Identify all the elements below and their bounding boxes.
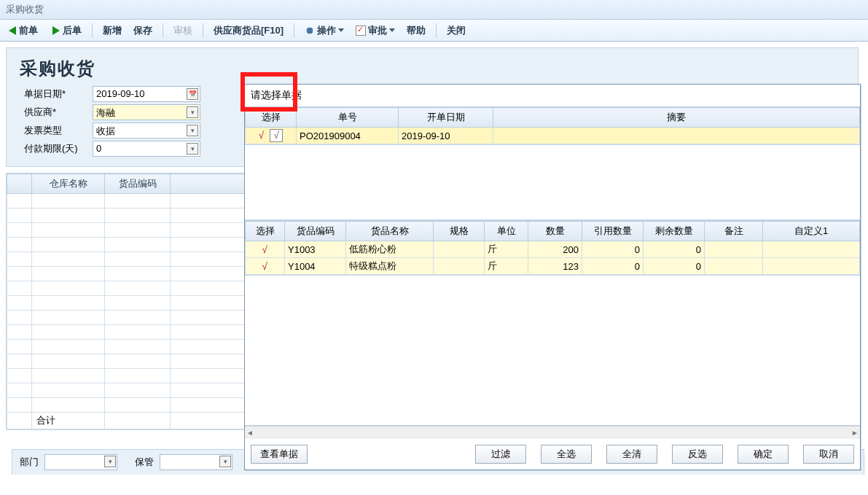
- date-value: 2019-09-10: [96, 88, 145, 99]
- bill-row-check[interactable]: √ √: [246, 128, 297, 144]
- item-row[interactable]: √ Y1003 低筋粉心粉 斤 200 0 0: [246, 241, 860, 258]
- lookup-icon[interactable]: ▾: [104, 456, 116, 467]
- clear-all-button[interactable]: 全清: [606, 445, 657, 464]
- col-code[interactable]: 货品编码: [285, 222, 346, 241]
- item-unit: 斤: [485, 241, 528, 258]
- invert-button[interactable]: 反选: [672, 445, 723, 464]
- help-button[interactable]: 帮助: [402, 23, 430, 39]
- cancel-button[interactable]: 取消: [803, 445, 854, 464]
- checkbox-icon[interactable]: √: [270, 129, 283, 142]
- col-goods-code[interactable]: 货品编码: [105, 174, 171, 194]
- col-remark[interactable]: 备注: [705, 222, 763, 241]
- item-code: Y1003: [285, 241, 346, 258]
- dialog-buttons: 查看单据 过滤 全选 全清 反选 确定 取消: [245, 439, 860, 469]
- close-button[interactable]: 关闭: [442, 23, 470, 39]
- calendar-icon[interactable]: 📅: [187, 88, 198, 100]
- view-bill-button[interactable]: 查看单据: [251, 445, 308, 464]
- item-remainqty: 0: [644, 241, 705, 258]
- item-check[interactable]: √: [246, 241, 285, 258]
- col-refqty[interactable]: 引用数量: [582, 222, 644, 241]
- next-record-button[interactable]: 后单: [45, 23, 86, 39]
- horizontal-scrollbar[interactable]: ◄►: [245, 426, 860, 439]
- invoice-type-input[interactable]: 收据 ▾: [93, 122, 200, 139]
- ok-button[interactable]: 确定: [738, 445, 789, 464]
- col-summary[interactable]: 摘要: [493, 108, 860, 128]
- dept-label: 部门: [20, 456, 43, 469]
- page-title: 采购收货: [20, 57, 845, 80]
- item-name: 低筋粉心粉: [346, 241, 434, 258]
- item-refqty: 0: [582, 258, 644, 275]
- bill-row-no: PO201909004: [297, 128, 399, 144]
- col-name[interactable]: 货品名称: [346, 222, 434, 241]
- supplier-input[interactable]: 海融 ▾: [93, 104, 200, 120]
- col-spec[interactable]: 规格: [434, 222, 485, 241]
- date-label: 单据日期*: [20, 87, 93, 101]
- supplier-label: 供应商*: [20, 106, 93, 119]
- col-unit[interactable]: 单位: [485, 222, 528, 241]
- arrow-left-icon: [9, 26, 16, 35]
- window-titlebar: 采购收货: [0, 0, 868, 20]
- dropdown-icon: [338, 28, 344, 32]
- item-spec: [434, 258, 485, 275]
- operate-menu[interactable]: 操作: [300, 23, 348, 39]
- prev-record-button[interactable]: 前单: [4, 23, 42, 39]
- save-button[interactable]: 保存: [129, 23, 157, 39]
- filter-button[interactable]: 过滤: [475, 445, 526, 464]
- arrow-right-icon: [52, 26, 60, 35]
- date-input[interactable]: 2019-09-10 📅: [93, 86, 200, 102]
- lookup-icon[interactable]: ▾: [187, 143, 198, 155]
- col-select[interactable]: 选择: [246, 108, 297, 128]
- new-button[interactable]: 新增: [98, 23, 126, 39]
- pay-days-value: 0: [96, 143, 101, 154]
- pay-days-label: 付款期限(天): [20, 142, 93, 155]
- item-remark: [705, 241, 763, 258]
- pay-days-input[interactable]: 0 ▾: [93, 141, 200, 157]
- keeper-label: 保管: [135, 456, 158, 469]
- item-check[interactable]: √: [246, 258, 285, 275]
- toolbar: 前单 后单 新增 保存 审核 供应商货品[F10] 操作 审批 帮助 关闭: [0, 20, 868, 42]
- item-qty: 200: [528, 241, 582, 258]
- item-custom1: [763, 258, 860, 275]
- col-select[interactable]: 选择: [246, 222, 285, 241]
- bill-row-date: 2019-09-10: [399, 128, 493, 144]
- col-billdate[interactable]: 开单日期: [399, 108, 493, 128]
- item-qty: 123: [528, 258, 582, 275]
- bill-row[interactable]: √ √ PO201909004 2019-09-10: [246, 128, 860, 144]
- sum-label: 合计: [32, 413, 105, 429]
- audit-button: 审核: [169, 23, 197, 39]
- lookup-icon[interactable]: ▾: [187, 106, 198, 118]
- supplier-goods-button[interactable]: 供应商货品[F10]: [209, 23, 288, 39]
- dept-input[interactable]: ▾: [44, 454, 117, 470]
- item-name: 特级糕点粉: [346, 258, 434, 275]
- select-all-button[interactable]: 全选: [541, 445, 592, 464]
- lookup-icon[interactable]: ▾: [219, 456, 231, 467]
- item-remainqty: 0: [644, 258, 705, 275]
- dropdown-icon: [389, 28, 395, 32]
- col-billno[interactable]: 单号: [297, 108, 399, 128]
- invoice-type-value: 收据: [96, 125, 115, 136]
- item-custom1: [763, 241, 860, 258]
- item-code: Y1004: [285, 258, 346, 275]
- col-warehouse[interactable]: 仓库名称: [32, 174, 105, 194]
- item-unit: 斤: [485, 258, 528, 275]
- invoice-type-label: 发票类型: [20, 124, 93, 137]
- bill-items-grid: 选择 货品编码 货品名称 规格 单位 数量 引用数量 剩余数量 备注 自定义1: [245, 220, 860, 276]
- approve-menu[interactable]: 审批: [351, 23, 399, 39]
- keeper-input[interactable]: ▾: [160, 454, 232, 470]
- check-icon: [356, 26, 366, 36]
- item-spec: [434, 241, 485, 258]
- select-bill-dialog: 请选择单据 选择 单号 开单日期 摘要: [244, 84, 861, 470]
- item-row[interactable]: √ Y1004 特级糕点粉 斤 123 0 0: [246, 258, 860, 275]
- col-qty[interactable]: 数量: [528, 222, 582, 241]
- col-custom1[interactable]: 自定义1: [763, 222, 860, 241]
- item-refqty: 0: [582, 241, 644, 258]
- bill-row-summary: [493, 128, 860, 144]
- lookup-icon[interactable]: ▾: [187, 125, 198, 136]
- col-remainqty[interactable]: 剩余数量: [644, 222, 705, 241]
- gear-icon: [305, 26, 315, 36]
- col-rownum[interactable]: [7, 174, 32, 194]
- bills-grid: 选择 单号 开单日期 摘要 √ √ PO201909004 2019-09-10: [245, 106, 860, 145]
- window-title: 采购收货: [6, 4, 44, 15]
- supplier-value: 海融: [96, 107, 115, 118]
- item-remark: [705, 258, 763, 275]
